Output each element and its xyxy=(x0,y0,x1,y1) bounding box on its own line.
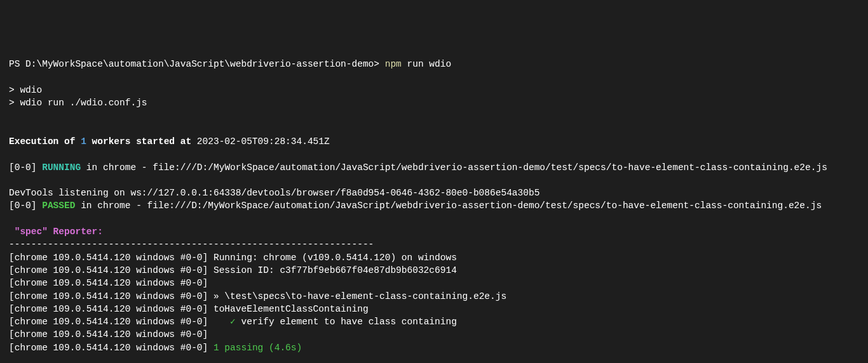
running-suffix: in chrome - file:///D:/MyWorkSpace/autom… xyxy=(81,162,827,173)
execution-prefix: Execution of xyxy=(9,136,81,147)
check-icon: ✓ xyxy=(208,317,236,327)
chrome-prefix-3: [chrome 109.0.5414.120 windows #0-0] xyxy=(9,278,208,288)
divider: ----------------------------------------… xyxy=(9,239,374,249)
script-line-2: > wdio run ./wdio.conf.js xyxy=(9,98,147,108)
spec-quote: "spec" xyxy=(9,227,48,237)
ps-prompt-suffix: > xyxy=(374,59,384,69)
script-line-1: > wdio xyxy=(9,85,42,95)
execution-timestamp: 2023-02-05T09:28:34.451Z xyxy=(191,136,330,147)
chrome-prefix-2: [chrome 109.0.5414.120 windows #0-0] xyxy=(9,265,208,275)
chrome-line-5: toHaveElementClassContaining xyxy=(208,304,368,314)
chrome-line-6: verify element to have class containing xyxy=(236,317,457,327)
running-prefix: [0-0] xyxy=(9,162,42,173)
devtools-line: DevTools listening on ws://127.0.0.1:643… xyxy=(9,188,539,198)
chrome-prefix-6: [chrome 109.0.5414.120 windows #0-0] xyxy=(9,317,208,327)
execution-mid: workers started at xyxy=(86,136,191,147)
chrome-line-4: » \test\specs\to-have-element-class-cont… xyxy=(208,291,506,301)
reporter-label: Reporter: xyxy=(48,227,103,237)
running-status: RUNNING xyxy=(42,162,81,173)
passed-status: PASSED xyxy=(42,201,75,211)
chrome-prefix-1: [chrome 109.0.5414.120 windows #0-0] xyxy=(9,253,208,263)
chrome-line-2: Session ID: c3f77bf9eb667f04e87db9b6032c… xyxy=(208,265,457,275)
chrome-prefix-8: [chrome 109.0.5414.120 windows #0-0] xyxy=(9,343,208,353)
chrome-line-8: 1 passing (4.6s) xyxy=(208,343,302,353)
ps-prompt-prefix: PS xyxy=(9,59,25,69)
execution-workers: 1 xyxy=(81,136,86,147)
terminal-output[interactable]: PS D:\MyWorkSpace\automation\JavaScript\… xyxy=(9,58,859,363)
chrome-prefix-5: [chrome 109.0.5414.120 windows #0-0] xyxy=(9,304,208,314)
command-npm: npm xyxy=(385,59,402,69)
passed-prefix: [0-0] xyxy=(9,201,42,211)
chrome-prefix-4: [chrome 109.0.5414.120 windows #0-0] xyxy=(9,291,208,301)
ps-prompt-path: D:\MyWorkSpace\automation\JavaScript\web… xyxy=(25,59,374,69)
command-args: run wdio xyxy=(402,59,451,69)
chrome-prefix-7: [chrome 109.0.5414.120 windows #0-0] xyxy=(9,329,208,340)
chrome-line-1: Running: chrome (v109.0.5414.120) on win… xyxy=(208,253,457,263)
passed-suffix: in chrome - file:///D:/MyWorkSpace/autom… xyxy=(75,201,822,211)
